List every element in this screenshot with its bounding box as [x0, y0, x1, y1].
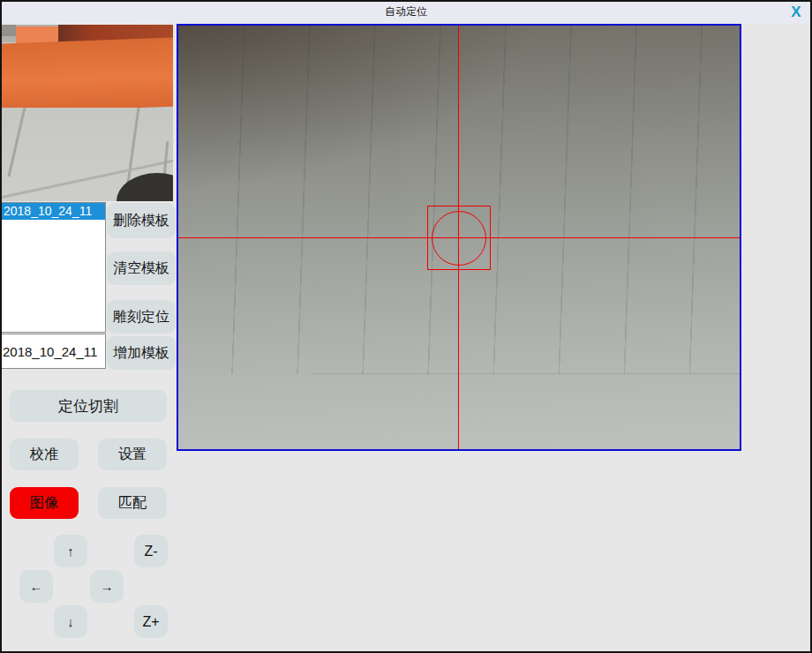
template-name-input[interactable] [1, 334, 106, 369]
image-button[interactable]: 图像 [10, 487, 79, 519]
calibrate-button[interactable]: 校准 [10, 439, 79, 470]
jog-up-button[interactable]: ↑ [54, 535, 87, 567]
jog-right-button[interactable]: → [90, 570, 124, 603]
jog-down-button[interactable]: ↓ [54, 605, 87, 638]
template-list[interactable]: 2018_10_24_11 [1, 202, 106, 333]
position-cut-button[interactable]: 定位切割 [10, 390, 167, 422]
delete-template-button[interactable]: 删除模板 [107, 203, 176, 238]
z-plus-button[interactable]: Z+ [134, 605, 168, 638]
clear-templates-button[interactable]: 清空模板 [107, 251, 176, 285]
engrave-position-button[interactable]: 雕刻定位 [107, 300, 176, 334]
z-minus-button[interactable]: Z- [134, 535, 168, 567]
camera-image [178, 26, 740, 449]
camera-view[interactable] [177, 24, 741, 451]
template-thumbnail [2, 25, 173, 201]
add-template-button[interactable]: 增加模板 [107, 336, 176, 370]
jog-left-button[interactable]: ← [19, 570, 53, 603]
template-list-item-selected[interactable]: 2018_10_24_11 [2, 203, 105, 220]
settings-button[interactable]: 设置 [98, 439, 167, 470]
window-title: 自动定位 [0, 0, 812, 24]
target-circle-overlay [432, 211, 486, 266]
close-icon[interactable]: X [786, 2, 807, 22]
match-button[interactable]: 匹配 [98, 487, 167, 519]
